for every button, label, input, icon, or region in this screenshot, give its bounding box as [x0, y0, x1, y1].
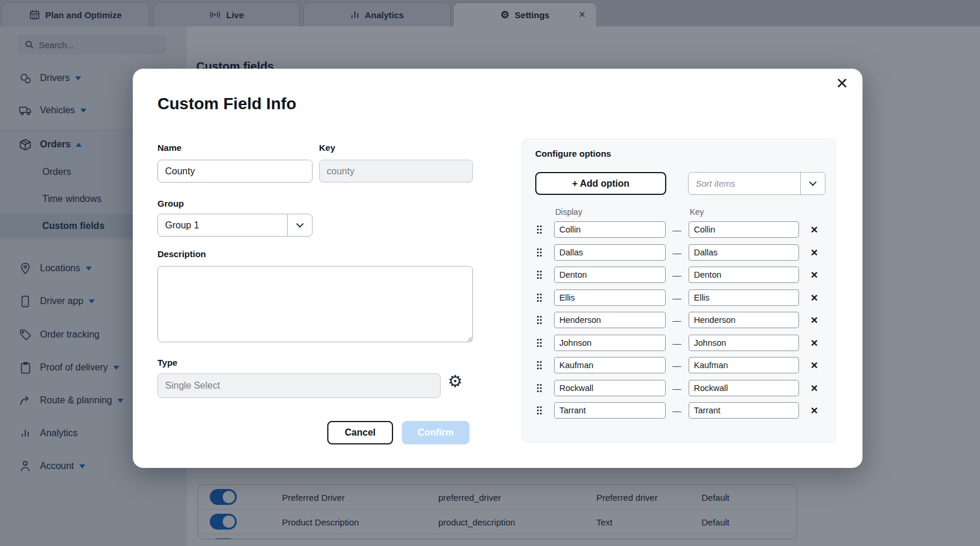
- option-display-input[interactable]: [554, 267, 666, 283]
- option-key-input[interactable]: [689, 221, 799, 238]
- option-dash: —: [669, 402, 684, 419]
- remove-option-icon[interactable]: ✕: [808, 245, 821, 259]
- remove-option-icon[interactable]: ✕: [808, 381, 821, 395]
- drag-handle-icon[interactable]: [536, 338, 542, 348]
- option-display-input[interactable]: [554, 402, 666, 419]
- option-key-input[interactable]: [689, 289, 799, 306]
- drag-handle-icon[interactable]: [536, 315, 542, 325]
- option-display-input[interactable]: [554, 289, 666, 306]
- option-row: — ✕: [522, 289, 837, 306]
- option-row: — ✕: [522, 221, 837, 238]
- option-display-input[interactable]: [554, 380, 666, 396]
- drag-handle-icon[interactable]: [536, 406, 542, 415]
- option-key-input[interactable]: [689, 380, 799, 396]
- option-display-input[interactable]: [554, 357, 666, 373]
- key-label: Key: [319, 143, 335, 153]
- cancel-button[interactable]: Cancel: [327, 421, 393, 444]
- remove-option-icon[interactable]: ✕: [808, 336, 821, 350]
- option-dash: —: [669, 357, 684, 373]
- option-display-input[interactable]: [554, 221, 666, 238]
- add-option-button[interactable]: + Add option: [535, 172, 666, 195]
- group-label: Group: [157, 198, 184, 208]
- confirm-button[interactable]: Confirm: [402, 421, 469, 444]
- close-icon[interactable]: ✕: [835, 76, 848, 91]
- option-dash: —: [669, 312, 684, 328]
- option-display-input[interactable]: [554, 312, 666, 328]
- type-field: [157, 373, 441, 398]
- remove-option-icon[interactable]: ✕: [808, 268, 821, 282]
- option-dash: —: [669, 289, 684, 306]
- option-dash: —: [669, 380, 684, 396]
- option-row: — ✕: [522, 312, 837, 328]
- option-row: — ✕: [522, 335, 837, 351]
- chevron-down-icon: [801, 183, 825, 185]
- sort-items-select[interactable]: Sort items: [688, 172, 825, 195]
- option-row: — ✕: [522, 402, 837, 419]
- option-key-input[interactable]: [689, 312, 799, 328]
- option-key-input[interactable]: [689, 357, 799, 373]
- option-dash: —: [669, 335, 684, 351]
- group-select-value: Group 1: [158, 220, 287, 231]
- name-label: Name: [157, 143, 182, 153]
- remove-option-icon[interactable]: ✕: [808, 223, 821, 237]
- display-column-header: Display: [555, 207, 582, 217]
- drag-handle-icon[interactable]: [536, 270, 542, 279]
- description-field[interactable]: [157, 266, 473, 342]
- option-dash: —: [669, 267, 684, 283]
- remove-option-icon[interactable]: ✕: [808, 358, 821, 372]
- configure-options-title: Configure options: [535, 149, 611, 159]
- remove-option-icon[interactable]: ✕: [808, 291, 821, 305]
- key-field: [319, 160, 473, 183]
- type-label: Type: [157, 358, 177, 368]
- option-key-input[interactable]: [689, 335, 799, 351]
- modal-title: Custom Field Info: [157, 95, 296, 113]
- sort-items-placeholder: Sort items: [689, 178, 800, 188]
- custom-field-info-modal: ✕ Custom Field Info Name Key Group Group…: [133, 69, 862, 468]
- chevron-down-icon: [288, 224, 312, 227]
- option-display-input[interactable]: [554, 335, 666, 351]
- option-key-input[interactable]: [689, 402, 799, 419]
- option-row: — ✕: [522, 357, 837, 373]
- key-column-header: Key: [690, 207, 704, 217]
- description-label: Description: [157, 249, 206, 259]
- remove-option-icon[interactable]: ✕: [808, 403, 821, 417]
- group-select[interactable]: Group 1: [157, 214, 313, 237]
- drag-handle-icon[interactable]: [536, 248, 542, 257]
- option-dash: —: [669, 244, 684, 261]
- drag-handle-icon[interactable]: [536, 383, 542, 393]
- option-display-input[interactable]: [554, 244, 666, 261]
- option-row: — ✕: [522, 380, 837, 396]
- remove-option-icon[interactable]: ✕: [808, 313, 821, 327]
- drag-handle-icon[interactable]: [536, 360, 542, 370]
- name-field[interactable]: [157, 160, 313, 183]
- option-key-input[interactable]: [689, 244, 799, 261]
- option-key-input[interactable]: [689, 267, 799, 283]
- configure-options-panel: Configure options + Add option Sort item…: [522, 139, 836, 443]
- drag-handle-icon[interactable]: [536, 293, 542, 302]
- option-row: — ✕: [522, 267, 837, 283]
- drag-handle-icon[interactable]: [536, 225, 542, 234]
- option-dash: —: [669, 221, 684, 238]
- option-row: — ✕: [522, 244, 837, 261]
- type-settings-gear-icon[interactable]: ⚙: [448, 372, 462, 391]
